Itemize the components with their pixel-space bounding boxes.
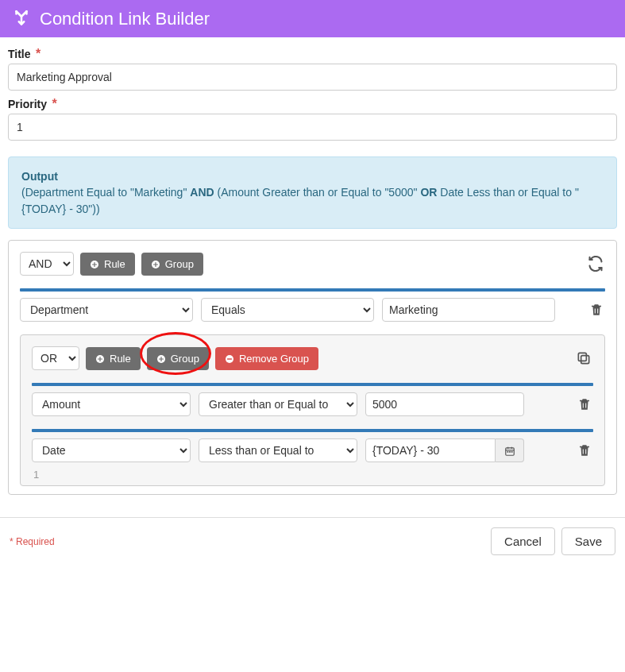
rule-value-input[interactable]	[365, 392, 524, 416]
svg-rect-17	[511, 451, 512, 453]
svg-rect-7	[581, 356, 589, 364]
rule-row: Amount Greater than or Equal to	[32, 392, 593, 416]
add-rule-button[interactable]: Rule	[80, 253, 135, 276]
required-mark: *	[52, 97, 56, 110]
rule-separator	[32, 429, 593, 432]
plus-circle-icon	[156, 353, 166, 365]
svg-rect-2	[595, 309, 596, 314]
rule-value-input[interactable]	[365, 438, 496, 462]
rule-value-input[interactable]	[382, 298, 555, 322]
outer-group-toolbar: AND Rule Group	[20, 252, 605, 276]
rule-field-select[interactable]: Date	[32, 438, 191, 462]
output-label: Output	[21, 168, 604, 184]
title-input[interactable]	[8, 64, 617, 91]
outer-mode-select[interactable]: AND	[20, 252, 74, 276]
trash-icon	[577, 443, 592, 458]
refresh-button[interactable]	[586, 254, 605, 273]
svg-rect-15	[507, 451, 508, 453]
refresh-icon	[588, 256, 604, 272]
condition-builder: AND Rule Group	[8, 240, 617, 495]
title-label: Title	[8, 48, 31, 60]
plus-circle-icon	[90, 258, 99, 270]
calendar-icon	[504, 444, 515, 456]
output-fragment: (Amount Greater than or Equal to "5000"	[214, 186, 421, 199]
footer-bar: * Required Cancel Save	[0, 517, 625, 566]
btn-label: Group	[171, 353, 199, 365]
date-picker-button[interactable]	[496, 438, 524, 462]
svg-rect-19	[585, 450, 586, 454]
group-index: 1	[33, 469, 593, 481]
inner-group: OR Rule Group Remove Group	[20, 334, 605, 486]
output-or: OR	[420, 186, 437, 199]
rule-operator-select[interactable]: Greater than or Equal to	[199, 392, 357, 416]
remove-group-button[interactable]: Remove Group	[215, 347, 318, 370]
required-mark: *	[36, 47, 41, 60]
output-panel: Output (Department Equal to "Marketing" …	[8, 156, 617, 229]
copy-icon	[576, 350, 592, 366]
btn-label: Rule	[110, 353, 131, 365]
required-text: Required	[16, 536, 55, 547]
output-and: AND	[190, 186, 214, 199]
rule-field-select[interactable]: Department	[20, 298, 193, 322]
btn-label: Remove Group	[239, 353, 309, 365]
plus-circle-icon	[95, 353, 105, 365]
cancel-button[interactable]: Cancel	[491, 527, 555, 555]
btn-label: Group	[165, 258, 194, 270]
svg-rect-8	[578, 353, 586, 361]
title-field-row: Title *	[8, 47, 617, 91]
rule-separator	[32, 383, 593, 386]
delete-rule-button[interactable]	[576, 442, 593, 459]
required-note: * Required	[10, 536, 55, 547]
priority-input[interactable]	[8, 114, 617, 141]
svg-rect-9	[583, 404, 584, 408]
output-fragment: (Department Equal to "Marketing"	[21, 186, 190, 199]
required-star: *	[10, 536, 14, 547]
minus-circle-icon	[225, 353, 234, 365]
app-header: Condition Link Builder	[0, 0, 625, 37]
svg-rect-16	[509, 451, 511, 453]
save-button[interactable]: Save	[561, 527, 615, 555]
rule-operator-select[interactable]: Equals	[201, 298, 374, 322]
inner-group-toolbar: OR Rule Group Remove Group	[32, 346, 593, 370]
svg-rect-3	[597, 309, 598, 314]
copy-group-button[interactable]	[574, 349, 593, 368]
rule-field-select[interactable]: Amount	[32, 392, 191, 416]
rule-separator	[20, 288, 605, 292]
priority-label: Priority	[8, 98, 47, 110]
add-rule-button[interactable]: Rule	[86, 347, 141, 370]
output-expression: (Department Equal to "Marketing" AND (Am…	[21, 184, 604, 217]
rule-operator-select[interactable]: Less than or Equal to	[199, 438, 357, 462]
rule-row: Department Equals	[20, 298, 605, 322]
add-group-button[interactable]: Group	[141, 253, 203, 276]
add-group-button[interactable]: Group	[147, 347, 209, 370]
priority-field-row: Priority *	[8, 97, 617, 141]
branch-icon	[11, 8, 40, 29]
date-input-group	[365, 438, 524, 462]
form-fields: Title * Priority *	[0, 37, 625, 150]
svg-rect-10	[585, 404, 586, 408]
btn-label: Rule	[104, 258, 125, 270]
plus-circle-icon	[151, 258, 160, 270]
trash-icon	[577, 397, 592, 411]
delete-rule-button[interactable]	[576, 396, 593, 413]
rule-row: Date Less than or Equal to	[32, 438, 593, 462]
delete-rule-button[interactable]	[588, 301, 605, 319]
page-title: Condition Link Builder	[40, 9, 210, 29]
trash-icon	[589, 303, 604, 317]
inner-mode-select[interactable]: OR	[32, 346, 79, 370]
svg-rect-18	[583, 450, 584, 454]
